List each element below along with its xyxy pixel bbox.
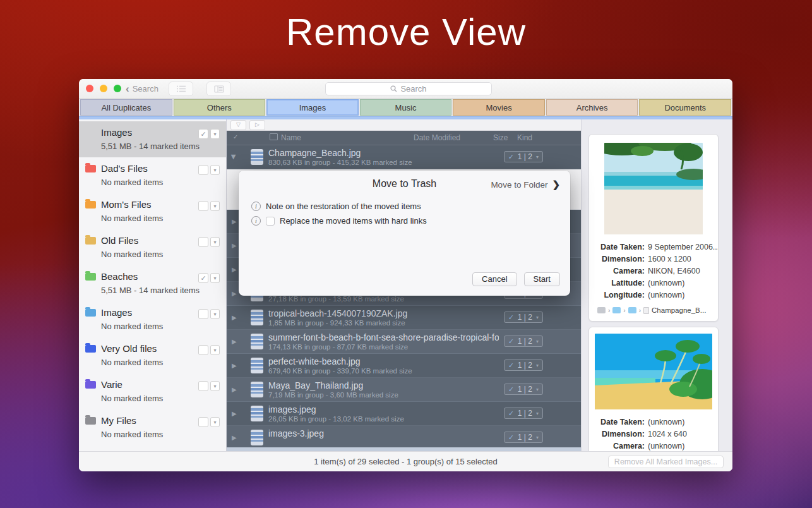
- folder-icon: [85, 201, 96, 209]
- folder-icon[interactable]: [628, 307, 636, 313]
- collapse-all-button[interactable]: ▽: [230, 120, 246, 130]
- move-to-folder-link[interactable]: Move to Folder ❯: [491, 179, 560, 190]
- table-row[interactable]: ▶ images-3.jpeg ✓ 1 | 2 ▾: [227, 426, 581, 450]
- mark-checkbox[interactable]: ✓: [198, 345, 208, 355]
- column-header-kind[interactable]: Kind: [517, 133, 532, 142]
- chevron-down-icon[interactable]: ▾: [210, 381, 220, 391]
- column-header-date-modified[interactable]: Date Modified: [414, 133, 460, 142]
- drive-icon[interactable]: [597, 307, 606, 313]
- category-tab[interactable]: Archives: [546, 99, 638, 116]
- table-row[interactable]: ▶ Maya_Bay_Thailand.jpg 7,19 MB in group…: [227, 378, 581, 402]
- expand-all-button[interactable]: ▷: [249, 120, 265, 130]
- zoom-window-button[interactable]: [114, 85, 121, 92]
- chevron-down-icon: ▾: [536, 154, 539, 160]
- tab-label: Documents: [664, 103, 706, 112]
- table-row[interactable]: ▶ tropical-beach-1454007190ZAK.jpg 1,85 …: [227, 306, 581, 330]
- metadata-label: Longitude:: [589, 289, 645, 301]
- metadata-field: Longitude: (unknown): [589, 289, 718, 301]
- disclosure-triangle-icon[interactable]: ▶: [232, 338, 237, 345]
- chevron-down-icon[interactable]: ▾: [210, 201, 220, 211]
- mark-checkbox[interactable]: ✓: [198, 273, 208, 283]
- duplicate-count-badge[interactable]: ✓ 1 | 2 ▾: [504, 311, 543, 323]
- disclosure-triangle-icon[interactable]: ▶: [232, 314, 237, 321]
- search-input[interactable]: Search: [325, 82, 492, 95]
- category-tab[interactable]: All Duplicates: [80, 99, 172, 116]
- cancel-button[interactable]: Cancel: [472, 272, 516, 286]
- duplicate-count-badge[interactable]: ✓ 1 | 2 ▾: [504, 408, 543, 419]
- sidebar-item[interactable]: Mom's Files No marked items ✓ ▾: [79, 193, 226, 229]
- sidebar-item[interactable]: Images 5,51 MB - 14 marked items ✓ ▾: [79, 121, 226, 157]
- category-tab[interactable]: Others: [174, 99, 266, 116]
- column-header-name[interactable]: Name: [281, 133, 301, 142]
- duplicate-count-badge[interactable]: ✓ 1 | 2 ▾: [504, 360, 543, 371]
- detail-view-button[interactable]: [206, 82, 231, 96]
- table-row[interactable]: ▶ Champagne_Beach.jpg 830,63 KB in group…: [227, 145, 581, 169]
- sidebar-item-name: Dad's Files: [101, 163, 148, 174]
- folder-icon: [85, 165, 96, 172]
- chevron-down-icon[interactable]: ▾: [210, 345, 220, 355]
- duplicate-count-badge[interactable]: ✓ 1 | 2 ▾: [504, 432, 543, 443]
- chevron-down-icon[interactable]: ▾: [210, 309, 220, 319]
- folder-icon[interactable]: [612, 307, 621, 313]
- chevron-down-icon[interactable]: ▾: [210, 129, 220, 139]
- close-window-button[interactable]: [86, 85, 93, 92]
- info-icon[interactable]: i: [251, 202, 261, 211]
- mark-checkbox[interactable]: ✓: [198, 381, 208, 391]
- start-button[interactable]: Start: [524, 272, 560, 286]
- sidebar-item[interactable]: Images No marked items ✓ ▾: [79, 301, 226, 337]
- disclosure-triangle-icon[interactable]: ▶: [232, 242, 237, 249]
- mark-checkbox[interactable]: ✓: [198, 237, 208, 247]
- duplicate-count-badge[interactable]: ✓ 1 | 2 ▾: [504, 336, 543, 347]
- category-tab[interactable]: Movies: [453, 99, 545, 116]
- category-tab[interactable]: Images: [266, 99, 359, 116]
- disclosure-triangle-icon[interactable]: ▶: [232, 362, 237, 369]
- disclosure-triangle-icon[interactable]: ▶: [232, 218, 237, 225]
- hard-links-checkbox[interactable]: [266, 217, 275, 226]
- disclosure-triangle-icon[interactable]: ▶: [232, 434, 237, 441]
- chevron-down-icon[interactable]: ▾: [210, 417, 220, 427]
- disclosure-triangle-icon[interactable]: ▶: [232, 386, 237, 393]
- sidebar-item[interactable]: Very Old files No marked items ✓ ▾: [79, 337, 226, 373]
- mark-checkbox[interactable]: ✓: [198, 417, 208, 427]
- breadcrumb-file-name[interactable]: Champagne_B...: [652, 306, 706, 314]
- table-row[interactable]: ▶ summer-font-b-beach-b-font-sea-shore-p…: [227, 330, 581, 354]
- sidebar-item[interactable]: Old Files No marked items ✓ ▾: [79, 229, 226, 265]
- back-button[interactable]: ‹ Search: [126, 79, 158, 98]
- minimize-window-button[interactable]: [100, 85, 107, 92]
- column-header-size[interactable]: Size: [493, 133, 508, 142]
- chevron-left-icon: ‹: [126, 83, 129, 94]
- sidebar-item[interactable]: Beaches 5,51 MB - 14 marked items ✓ ▾: [79, 265, 226, 301]
- remove-all-marked-button[interactable]: Remove All Marked Images...: [608, 456, 724, 468]
- table-row[interactable]: ▶ perfect-white-beach.jpg 679,40 KB in g…: [227, 354, 581, 378]
- category-tab[interactable]: Music: [360, 99, 452, 116]
- badge-count: 1 | 2: [518, 313, 532, 322]
- mark-checkbox[interactable]: ✓: [198, 129, 208, 139]
- sidebar-item[interactable]: Dad's Files No marked items ✓ ▾: [79, 157, 226, 193]
- preview-card: Date Taken: 9 September 2006... Dimensio…: [588, 134, 719, 322]
- mark-checkbox[interactable]: ✓: [198, 165, 208, 175]
- table-row[interactable]: ▶ images.jpeg 26,05 KB in group - 13,02 …: [227, 402, 581, 426]
- sidebar-item[interactable]: My Files No marked items ✓ ▾: [79, 409, 226, 445]
- category-tab[interactable]: Documents: [639, 99, 731, 116]
- sidebar-item-detail: No marked items: [101, 394, 220, 403]
- file-detail: 679,40 KB in group - 339,70 KB marked si…: [268, 367, 412, 375]
- info-icon[interactable]: i: [251, 216, 261, 226]
- duplicate-count-badge[interactable]: ✓ 1 | 2 ▾: [504, 384, 543, 395]
- list-view-button[interactable]: [169, 82, 193, 96]
- chevron-down-icon[interactable]: ▾: [210, 165, 220, 175]
- badge-count: 1 | 2: [518, 361, 532, 370]
- disclosure-triangle-icon[interactable]: ▶: [232, 266, 237, 273]
- disclosure-triangle-icon[interactable]: ▶: [232, 290, 237, 297]
- metadata-field: Date Taken: (unknown): [589, 416, 718, 428]
- chevron-down-icon[interactable]: ▾: [210, 237, 220, 247]
- chevron-down-icon: ▾: [536, 435, 539, 440]
- chevron-down-icon[interactable]: ▾: [210, 273, 220, 283]
- sidebar-item-name: Images: [101, 307, 132, 318]
- image-file-icon: [251, 382, 263, 397]
- duplicate-count-badge[interactable]: ✓ 1 | 2 ▾: [504, 151, 543, 162]
- sidebar-item[interactable]: Varie No marked items ✓ ▾: [79, 373, 226, 409]
- mark-checkbox[interactable]: ✓: [198, 309, 208, 319]
- mark-checkbox[interactable]: ✓: [198, 201, 208, 211]
- disclosure-triangle-icon[interactable]: ▶: [230, 155, 237, 160]
- disclosure-triangle-icon[interactable]: ▶: [232, 410, 237, 417]
